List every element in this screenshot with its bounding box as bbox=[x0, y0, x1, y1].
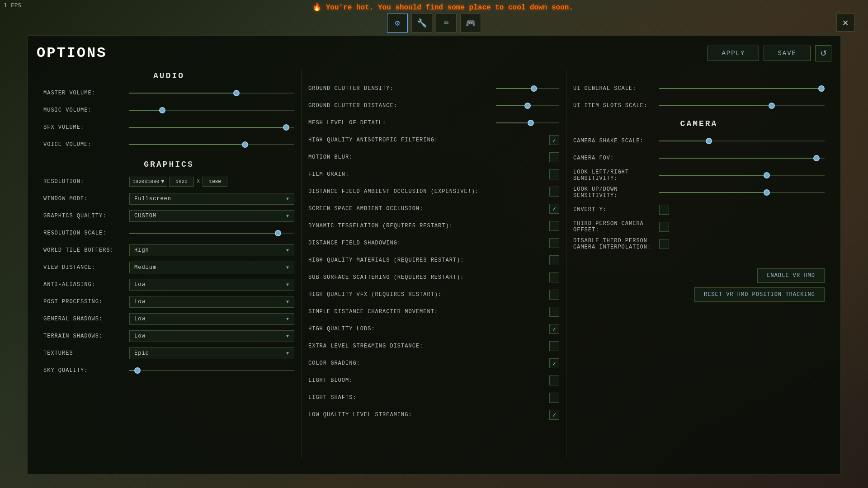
look-ud-sensitivity-slider[interactable] bbox=[659, 192, 825, 193]
graphics-section-title: GRAPHICS bbox=[43, 160, 294, 169]
hq-anisotropic-row: HIGH QUALITY ANISOTROPIC FILTERING: ✓ bbox=[308, 134, 559, 146]
world-tile-dropdown[interactable]: High ▼ bbox=[129, 244, 294, 256]
general-shadows-dropdown[interactable]: Low ▼ bbox=[129, 313, 294, 325]
master-volume-slider[interactable] bbox=[129, 93, 294, 94]
terrain-shadows-dropdown[interactable]: Low ▼ bbox=[129, 330, 294, 342]
textures-dropdown[interactable]: Epic ▼ bbox=[129, 347, 294, 359]
general-shadows-label: GENERAL SHADOWS: bbox=[43, 316, 129, 322]
apply-button[interactable]: APPLY bbox=[708, 46, 759, 61]
ui-item-slots-scale-slider[interactable] bbox=[659, 105, 825, 106]
post-processing-label: POST PROCESSING: bbox=[43, 299, 129, 305]
screen-space-ao-label: SCREEN SPACE AMBIENT OCCLUSION: bbox=[308, 206, 549, 212]
hq-materials-checkbox[interactable] bbox=[549, 255, 559, 265]
distance-field-shadow-checkbox[interactable] bbox=[549, 238, 559, 248]
close-button[interactable]: ✕ bbox=[836, 14, 854, 32]
master-volume-label: MASTER VOLUME: bbox=[43, 90, 129, 96]
view-distance-row: VIEW DISTANCE: Medium ▼ bbox=[43, 261, 294, 274]
camera-shake-scale-slider[interactable] bbox=[659, 141, 825, 141]
extra-level-streaming-label: EXTRA LEVEL STREAMING DISTANCE: bbox=[308, 343, 549, 349]
look-lr-sensitivity-row: LOOK LEFT/RIGHT SENSITIVITY: bbox=[573, 169, 825, 182]
anti-aliasing-dropdown[interactable]: Low ▼ bbox=[129, 279, 294, 291]
film-grain-row: FILM GRAIN: bbox=[308, 168, 559, 181]
ui-general-scale-label: UI GENERAL SCALE: bbox=[573, 85, 659, 92]
low-quality-streaming-row: LOW QUALITY LEVEL STREAMING: ✓ bbox=[308, 408, 559, 421]
anti-aliasing-label: ANTI-ALIASING: bbox=[43, 282, 129, 288]
hq-anisotropic-checkbox[interactable]: ✓ bbox=[549, 135, 559, 145]
graphics-quality-row: GRAPHICS QUALITY: CUSTOM ▼ bbox=[43, 210, 294, 222]
hq-vfx-checkbox[interactable] bbox=[549, 290, 559, 300]
camera-fov-slider[interactable] bbox=[659, 158, 825, 159]
icon-bar: ⚙ 🔧 ⌨ 🎮 bbox=[387, 14, 481, 33]
post-processing-row: POST PROCESSING: Low ▼ bbox=[43, 296, 294, 308]
light-shafts-checkbox[interactable] bbox=[549, 393, 559, 403]
resolution-width-input[interactable]: 1920 bbox=[169, 177, 194, 187]
hud-top: 1 FPS 🔥 You're hot. You should find some… bbox=[0, 0, 868, 14]
reset-button[interactable]: ↺ bbox=[815, 45, 831, 61]
mesh-lod-label: MESH LEVEL OF DETAIL: bbox=[308, 120, 496, 126]
hq-materials-label: HIGH QUALITY MATERIALS (REQUIRES RESTART… bbox=[308, 257, 549, 263]
audio-section-title: AUDIO bbox=[43, 71, 294, 80]
enable-vr-hmd-button[interactable]: ENABLE VR HMD bbox=[757, 268, 825, 283]
look-lr-sensitivity-slider[interactable] bbox=[659, 175, 825, 176]
music-volume-slider[interactable] bbox=[129, 110, 294, 111]
save-button[interactable]: SAVE bbox=[764, 46, 811, 61]
light-bloom-label: LIGHT BLOOM: bbox=[308, 377, 549, 384]
options-panel: OPTIONS APPLY SAVE ↺ AUDIO MASTER VOLUME… bbox=[27, 35, 841, 474]
screen-space-ao-row: SCREEN SPACE AMBIENT OCCLUSION: ✓ bbox=[308, 202, 559, 215]
low-quality-streaming-checkbox[interactable]: ✓ bbox=[549, 410, 559, 420]
settings-columns: AUDIO MASTER VOLUME: MUSIC VOLUME: bbox=[37, 70, 831, 458]
sky-quality-slider[interactable] bbox=[129, 370, 294, 371]
disable-tp-interpolation-checkbox[interactable] bbox=[659, 239, 669, 249]
ground-clutter-density-slider[interactable] bbox=[496, 88, 559, 89]
hq-anisotropic-label: HIGH QUALITY ANISOTROPIC FILTERING: bbox=[308, 137, 549, 143]
voice-volume-slider[interactable] bbox=[129, 144, 294, 145]
general-shadows-row: GENERAL SHADOWS: Low ▼ bbox=[43, 313, 294, 325]
light-bloom-checkbox[interactable] bbox=[549, 375, 559, 385]
terrain-shadows-label: TERRAIN SHADOWS: bbox=[43, 333, 129, 339]
look-ud-sensitivity-label: LOOK UP/DOWN SENSITIVITY: bbox=[573, 186, 659, 199]
color-grading-checkbox[interactable]: ✓ bbox=[549, 358, 559, 368]
reset-vr-tracking-button[interactable]: RESET VR HMD POSITION TRACKING bbox=[694, 287, 825, 302]
third-person-offset-row: THIRD PERSON CAMERA OFFSET: bbox=[573, 221, 825, 233]
ui-general-scale-row: UI GENERAL SCALE: bbox=[573, 82, 825, 95]
sub-surface-checkbox[interactable] bbox=[549, 272, 559, 282]
hq-vfx-row: HIGH QUALITY VFX (REQUIRES RESTART): bbox=[308, 288, 559, 301]
tools-icon-btn[interactable]: 🔧 bbox=[411, 14, 432, 33]
distance-field-ao-checkbox[interactable] bbox=[549, 187, 559, 197]
resolution-dropdown[interactable]: 868x488 ▼ bbox=[129, 177, 167, 187]
dynamic-tess-checkbox[interactable] bbox=[549, 221, 559, 231]
screen-space-ao-checkbox[interactable]: ✓ bbox=[549, 204, 559, 214]
window-mode-label: WINDOW MODE: bbox=[43, 196, 129, 202]
hq-lods-checkbox[interactable]: ✓ bbox=[549, 324, 559, 334]
simple-dist-char-checkbox[interactable] bbox=[549, 307, 559, 317]
mesh-lod-slider[interactable] bbox=[496, 122, 559, 123]
film-grain-checkbox[interactable] bbox=[549, 169, 559, 179]
resolution-height-input[interactable]: 1080 bbox=[203, 177, 227, 187]
ground-clutter-density-row: GROUND CLUTTER DENSITY: bbox=[308, 82, 559, 95]
extra-level-streaming-checkbox[interactable] bbox=[549, 341, 559, 351]
music-volume-row: MUSIC VOLUME: bbox=[43, 104, 294, 117]
invert-y-checkbox[interactable] bbox=[659, 205, 669, 215]
graphics-quality-dropdown[interactable]: CUSTOM ▼ bbox=[129, 210, 294, 222]
motion-blur-checkbox[interactable] bbox=[549, 152, 559, 162]
header-buttons: APPLY SAVE ↺ bbox=[708, 45, 831, 61]
keyboard-icon-btn[interactable]: ⌨ bbox=[436, 14, 457, 33]
options-header: OPTIONS APPLY SAVE ↺ bbox=[37, 45, 831, 61]
resolution-scale-slider[interactable] bbox=[129, 233, 294, 234]
post-processing-dropdown[interactable]: Low ▼ bbox=[129, 296, 294, 308]
ground-clutter-distance-slider[interactable] bbox=[496, 105, 559, 106]
gamepad-icon-btn[interactable]: 🎮 bbox=[460, 14, 481, 33]
sfx-volume-slider[interactable] bbox=[129, 127, 294, 128]
settings-icon-btn[interactable]: ⚙ bbox=[387, 14, 408, 33]
voice-volume-label: VOICE VOLUME: bbox=[43, 141, 129, 148]
distance-field-ao-label: DISTANCE FIELD AMBIENT OCCLUSION (EXPENS… bbox=[308, 188, 549, 195]
sfx-volume-label: SFX VOLUME: bbox=[43, 124, 129, 131]
camera-section-title: CAMERA bbox=[573, 119, 825, 128]
view-distance-label: VIEW DISTANCE: bbox=[43, 264, 129, 271]
third-person-offset-checkbox[interactable] bbox=[659, 222, 669, 232]
view-distance-dropdown[interactable]: Medium ▼ bbox=[129, 262, 294, 273]
ui-general-scale-slider[interactable] bbox=[659, 88, 825, 89]
window-mode-dropdown[interactable]: Fullscreen ▼ bbox=[129, 193, 294, 205]
look-lr-sensitivity-label: LOOK LEFT/RIGHT SENSITIVITY: bbox=[573, 169, 659, 182]
sub-surface-label: SUB SURFACE SCATTERING (REQUIRES RESTART… bbox=[308, 274, 549, 281]
